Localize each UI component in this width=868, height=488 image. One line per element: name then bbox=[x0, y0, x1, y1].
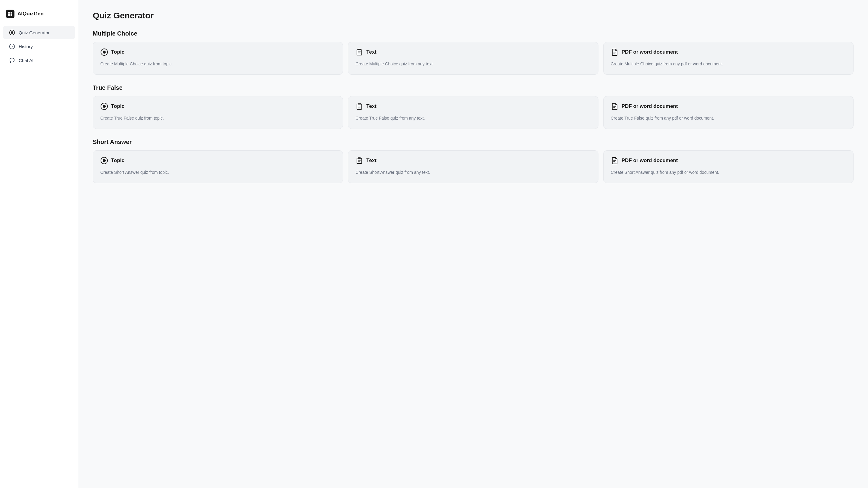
svg-point-14 bbox=[103, 159, 106, 162]
sidebar-item-label: Chat AI bbox=[19, 58, 33, 63]
card-description: Create Multiple Choice quiz from any tex… bbox=[355, 61, 591, 67]
clipboard-text-icon bbox=[355, 102, 363, 110]
page-title: Quiz Generator bbox=[93, 11, 854, 21]
section-true-false: True False Topic Create True False quiz … bbox=[93, 84, 854, 129]
clock-icon bbox=[9, 43, 15, 50]
card-tf-pdf[interactable]: PDF or word document Create True False q… bbox=[603, 96, 854, 129]
circle-dot-icon bbox=[100, 102, 108, 110]
card-header: Text bbox=[355, 48, 591, 56]
card-description: Create Multiple Choice quiz from topic. bbox=[100, 61, 336, 67]
card-description: Create Short Answer quiz from any text. bbox=[355, 169, 591, 176]
svg-point-8 bbox=[103, 51, 106, 54]
card-title: Text bbox=[366, 157, 376, 163]
clipboard-text-icon bbox=[355, 48, 363, 56]
card-description: Create Multiple Choice quiz from any pdf… bbox=[611, 61, 846, 67]
section-title-true-false: True False bbox=[93, 84, 854, 91]
cards-grid-true-false: Topic Create True False quiz from topic.… bbox=[93, 96, 854, 129]
cards-grid-short-answer: Topic Create Short Answer quiz from topi… bbox=[93, 150, 854, 183]
card-mc-text[interactable]: Text Create Multiple Choice quiz from an… bbox=[348, 42, 598, 75]
card-header: Topic bbox=[100, 102, 336, 110]
card-title: PDF or word document bbox=[622, 49, 678, 55]
card-title: Text bbox=[366, 103, 376, 109]
main-content: Quiz Generator Multiple Choice Topic Cre… bbox=[78, 0, 868, 488]
sidebar-item-label: History bbox=[19, 44, 33, 49]
card-title: Topic bbox=[111, 49, 124, 55]
file-text-icon bbox=[611, 157, 619, 164]
svg-rect-9 bbox=[357, 50, 362, 55]
card-header: Topic bbox=[100, 48, 336, 56]
app-name: AIQuizGen bbox=[18, 11, 44, 17]
svg-rect-2 bbox=[8, 14, 10, 16]
sidebar-nav: Quiz Generator History Chat AI bbox=[0, 25, 78, 67]
svg-point-5 bbox=[11, 31, 13, 34]
card-header: Text bbox=[355, 157, 591, 164]
card-header: PDF or word document bbox=[611, 102, 846, 110]
card-description: Create True False quiz from any pdf or w… bbox=[611, 115, 846, 121]
card-sa-pdf[interactable]: PDF or word document Create Short Answer… bbox=[603, 150, 854, 183]
card-description: Create Short Answer quiz from any pdf or… bbox=[611, 169, 846, 176]
sidebar-item-label: Quiz Generator bbox=[19, 30, 50, 35]
card-mc-topic[interactable]: Topic Create Multiple Choice quiz from t… bbox=[93, 42, 343, 75]
card-title: PDF or word document bbox=[622, 103, 678, 109]
clipboard-text-icon bbox=[355, 157, 363, 164]
card-description: Create True False quiz from topic. bbox=[100, 115, 336, 121]
sidebar-item-history[interactable]: History bbox=[3, 40, 75, 53]
card-tf-topic[interactable]: Topic Create True False quiz from topic. bbox=[93, 96, 343, 129]
svg-rect-0 bbox=[8, 12, 10, 13]
file-text-icon bbox=[611, 102, 619, 110]
card-sa-topic[interactable]: Topic Create Short Answer quiz from topi… bbox=[93, 150, 343, 183]
circle-dot-icon bbox=[100, 157, 108, 164]
card-title: Topic bbox=[111, 103, 124, 109]
file-text-icon bbox=[611, 48, 619, 56]
card-title: Topic bbox=[111, 157, 124, 163]
card-mc-pdf[interactable]: PDF or word document Create Multiple Cho… bbox=[603, 42, 854, 75]
logo-icon bbox=[6, 10, 14, 18]
card-header: PDF or word document bbox=[611, 157, 846, 164]
svg-rect-12 bbox=[357, 104, 362, 109]
card-header: Topic bbox=[100, 157, 336, 164]
card-sa-text[interactable]: Text Create Short Answer quiz from any t… bbox=[348, 150, 598, 183]
message-circle-icon bbox=[9, 57, 15, 63]
svg-rect-15 bbox=[357, 158, 362, 163]
section-short-answer: Short Answer Topic Create Short Answer q… bbox=[93, 139, 854, 183]
sidebar-item-quiz-generator[interactable]: Quiz Generator bbox=[3, 26, 75, 39]
card-header: PDF or word document bbox=[611, 48, 846, 56]
card-title: PDF or word document bbox=[622, 157, 678, 163]
circle-dot-icon bbox=[9, 30, 15, 35]
svg-rect-1 bbox=[10, 12, 12, 13]
section-multiple-choice: Multiple Choice Topic Create Multiple Ch… bbox=[93, 30, 854, 75]
logo[interactable]: AIQuizGen bbox=[0, 6, 78, 25]
card-header: Text bbox=[355, 102, 591, 110]
svg-point-11 bbox=[103, 105, 106, 108]
sidebar-item-chat-ai[interactable]: Chat AI bbox=[3, 54, 75, 67]
svg-rect-3 bbox=[10, 14, 12, 16]
section-title-multiple-choice: Multiple Choice bbox=[93, 30, 854, 37]
card-tf-text[interactable]: Text Create True False quiz from any tex… bbox=[348, 96, 598, 129]
cards-grid-multiple-choice: Topic Create Multiple Choice quiz from t… bbox=[93, 42, 854, 75]
section-title-short-answer: Short Answer bbox=[93, 139, 854, 146]
card-title: Text bbox=[366, 49, 376, 55]
circle-dot-icon bbox=[100, 48, 108, 56]
card-description: Create Short Answer quiz from topic. bbox=[100, 169, 336, 176]
card-description: Create True False quiz from any text. bbox=[355, 115, 591, 121]
sidebar: AIQuizGen Quiz Generator History bbox=[0, 0, 78, 488]
